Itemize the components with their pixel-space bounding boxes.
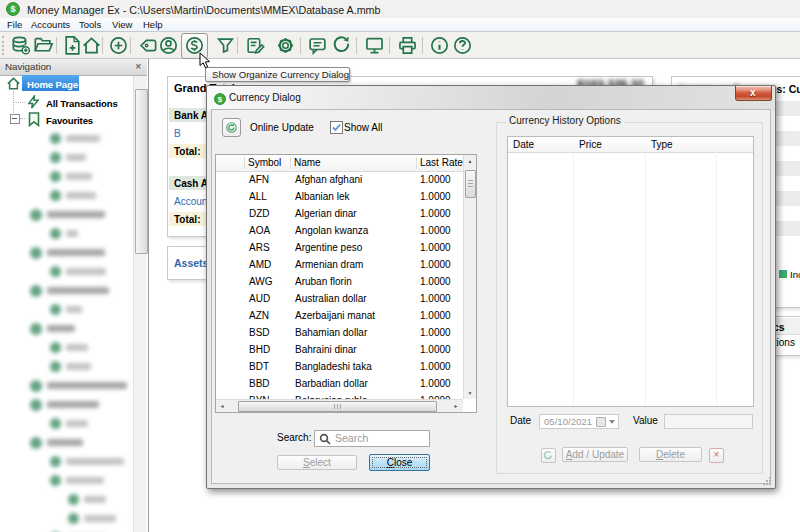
svg-text:$: $: [10, 4, 15, 14]
svg-text:$: $: [218, 95, 223, 104]
